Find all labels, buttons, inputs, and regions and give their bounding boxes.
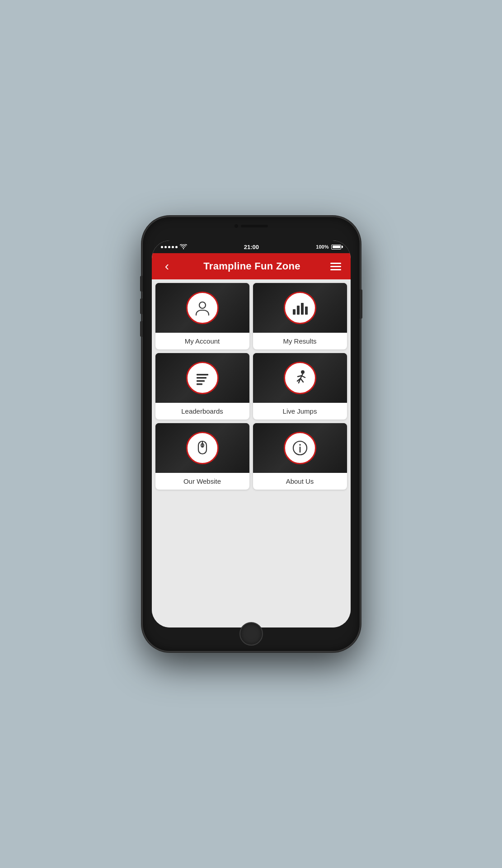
camera-dot bbox=[235, 224, 238, 228]
person-icon bbox=[194, 299, 211, 316]
live-jumps-icon-circle bbox=[284, 362, 316, 394]
svg-point-17 bbox=[299, 444, 301, 446]
phone-wrapper: 21:00 100% ‹ Trampline Fun Zone bbox=[143, 217, 360, 651]
status-left bbox=[161, 244, 187, 250]
camera-notch bbox=[235, 224, 268, 228]
grid-row-1: My Account bbox=[155, 283, 347, 349]
grid-row-2: Leaderboards bbox=[155, 353, 347, 420]
svg-rect-7 bbox=[197, 377, 206, 379]
battery-percent: 100% bbox=[316, 244, 328, 250]
menu-item-our-website-image bbox=[155, 423, 249, 473]
signal-dots bbox=[161, 246, 178, 248]
our-website-icon-circle bbox=[186, 432, 219, 464]
list-icon bbox=[194, 369, 211, 387]
menu-item-my-results[interactable]: My Results bbox=[253, 283, 347, 349]
svg-point-0 bbox=[183, 248, 183, 249]
content-area: My Account bbox=[152, 279, 351, 627]
svg-point-1 bbox=[199, 302, 206, 308]
svg-rect-2 bbox=[293, 309, 296, 315]
phone-frame: 21:00 100% ‹ Trampline Fun Zone bbox=[143, 217, 360, 651]
menu-item-my-account[interactable]: My Account bbox=[155, 283, 249, 349]
back-button[interactable]: ‹ bbox=[159, 260, 175, 273]
battery-icon bbox=[331, 245, 341, 250]
my-account-label: My Account bbox=[155, 333, 249, 349]
app-header: ‹ Trampline Fun Zone bbox=[152, 253, 351, 279]
menu-line-2 bbox=[330, 266, 341, 267]
menu-item-my-account-image bbox=[155, 283, 249, 333]
menu-item-about-us[interactable]: About Us bbox=[253, 423, 347, 490]
menu-item-about-us-image bbox=[253, 423, 347, 473]
chart-icon bbox=[291, 299, 309, 316]
our-website-label: Our Website bbox=[155, 473, 249, 490]
home-button[interactable] bbox=[239, 622, 263, 646]
about-us-icon-circle bbox=[284, 432, 316, 464]
grid-row-3: Our Website bbox=[155, 423, 347, 490]
menu-item-my-results-image bbox=[253, 283, 347, 333]
menu-item-leaderboards[interactable]: Leaderboards bbox=[155, 353, 249, 420]
info-icon bbox=[291, 439, 309, 457]
menu-button[interactable] bbox=[328, 261, 343, 272]
status-bar: 21:00 100% bbox=[152, 241, 351, 253]
screen-content: 21:00 100% ‹ Trampline Fun Zone bbox=[152, 241, 351, 627]
phone-screen: 21:00 100% ‹ Trampline Fun Zone bbox=[152, 241, 351, 627]
menu-line-1 bbox=[330, 263, 341, 264]
svg-rect-4 bbox=[301, 303, 304, 315]
status-right: 100% bbox=[316, 244, 341, 250]
svg-rect-8 bbox=[197, 380, 205, 382]
app-title: Trampline Fun Zone bbox=[203, 260, 300, 272]
leaderboards-icon-circle bbox=[186, 362, 219, 394]
svg-rect-6 bbox=[197, 374, 208, 376]
status-time: 21:00 bbox=[244, 244, 259, 250]
menu-item-live-jumps-image bbox=[253, 353, 347, 403]
svg-rect-9 bbox=[197, 383, 202, 385]
menu-item-our-website[interactable]: Our Website bbox=[155, 423, 249, 490]
live-jumps-label: Live Jumps bbox=[253, 403, 347, 420]
my-results-icon-circle bbox=[284, 292, 316, 324]
menu-item-leaderboards-image bbox=[155, 353, 249, 403]
speaker-slot bbox=[241, 225, 268, 227]
svg-rect-5 bbox=[305, 307, 308, 315]
about-us-label: About Us bbox=[253, 473, 347, 490]
menu-item-live-jumps[interactable]: Live Jumps bbox=[253, 353, 347, 420]
svg-rect-3 bbox=[297, 306, 300, 315]
mouse-icon bbox=[194, 439, 211, 458]
runner-icon bbox=[291, 369, 310, 387]
my-account-icon-circle bbox=[186, 292, 219, 324]
leaderboards-label: Leaderboards bbox=[155, 403, 249, 420]
my-results-label: My Results bbox=[253, 333, 347, 349]
menu-line-3 bbox=[330, 269, 341, 270]
wifi-icon bbox=[180, 244, 187, 250]
